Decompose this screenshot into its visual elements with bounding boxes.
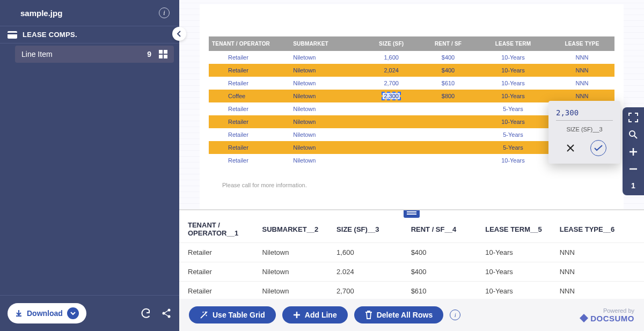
preview-header: SIZE (SF) <box>363 36 420 51</box>
action-bar: Use Table Grid Add Line Delete All Rows … <box>179 299 644 331</box>
download-icon <box>15 310 23 317</box>
section-lease-comps[interactable]: LEASE COMPS. <box>0 26 179 43</box>
use-table-grid-button[interactable]: Use Table Grid <box>189 306 276 323</box>
preview-row[interactable]: RetailerNiletown2,700$61010-YearsNNN <box>209 77 614 90</box>
grid-header[interactable]: LEASE TERM__5 <box>477 214 551 243</box>
brand-icon <box>580 314 588 322</box>
x-icon <box>567 144 574 152</box>
page-number: 1 <box>631 181 635 190</box>
table-row[interactable]: RetailerNiletown1,600$40010-YearsNNN <box>179 243 644 262</box>
chevron-down-icon <box>70 311 76 316</box>
check-icon <box>594 145 603 151</box>
document-preview[interactable]: TENANT / OPERATORSUBMARKETSIZE (SF)RENT … <box>179 0 644 209</box>
fullscreen-icon[interactable] <box>628 113 638 122</box>
grid-cell[interactable]: 10-Years <box>477 243 551 262</box>
collapse-sidebar-button[interactable] <box>172 27 186 41</box>
main: ? TENANT / OPERATORSUBMARKETSIZE (SF)REN… <box>179 0 644 331</box>
preview-selected-cell: 2,300 <box>363 90 420 102</box>
svg-point-7 <box>168 309 171 312</box>
grid-header[interactable]: RENT / SF__4 <box>402 214 477 243</box>
svg-point-6 <box>163 312 165 315</box>
grid-cell[interactable]: 1,600 <box>328 243 402 262</box>
svg-point-8 <box>168 315 171 318</box>
grid-cell[interactable]: 2.024 <box>328 262 402 282</box>
preview-header: RENT / SF <box>420 36 477 51</box>
card-icon <box>8 31 17 39</box>
grid-cell[interactable]: 10-Years <box>477 262 551 282</box>
action-info-icon[interactable]: i <box>450 310 460 320</box>
cell-edit-field-label: SIZE (SF)__3 <box>556 126 613 133</box>
zoom-out-icon[interactable] <box>628 164 638 174</box>
cell-edit-cancel-button[interactable] <box>562 140 579 156</box>
grid-cell[interactable]: Niletown <box>254 282 328 299</box>
grid-header[interactable]: LEASE TYPE__6 <box>551 214 644 243</box>
sidebar-header: sample.jpg i <box>0 0 179 26</box>
svg-point-11 <box>630 131 635 136</box>
grid-cell[interactable]: Retailer <box>179 262 254 282</box>
grid-icon <box>159 50 167 58</box>
svg-rect-2 <box>159 50 163 54</box>
grid-cell[interactable]: Retailer <box>179 282 254 299</box>
grid-cell[interactable]: $400 <box>402 243 477 262</box>
table-row[interactable]: RetailerNiletown2,700$61010-YearsNNN <box>179 282 644 299</box>
grid-cell[interactable]: 10-Years <box>477 282 551 299</box>
sidebar-footer: Download <box>0 295 179 331</box>
powered-by: Powered by DOCSUMO <box>580 307 634 323</box>
delete-all-rows-button[interactable]: Delete All Rows <box>354 306 444 323</box>
panel-resize-handle[interactable] <box>404 209 420 218</box>
svg-rect-5 <box>164 55 167 58</box>
svg-rect-4 <box>159 55 163 58</box>
sidebar-item-line-item[interactable]: Line Item 9 <box>15 46 174 63</box>
grid-cell[interactable]: 2,700 <box>328 282 402 299</box>
download-button[interactable]: Download <box>8 303 86 323</box>
svg-rect-3 <box>164 50 167 54</box>
grid-header[interactable]: SIZE (SF)__3 <box>328 214 402 243</box>
grid-header[interactable]: SUBMARKET__2 <box>254 214 328 243</box>
download-caret[interactable] <box>67 307 79 319</box>
search-icon[interactable] <box>628 130 638 139</box>
share-icon[interactable] <box>161 308 172 319</box>
data-grid-table: TENANT / OPERATOR__1SUBMARKET__2SIZE (SF… <box>179 214 644 299</box>
preview-footer-note: Please call for more information. <box>222 182 624 188</box>
preview-header: LEASE TERM <box>477 36 550 51</box>
svg-rect-0 <box>8 31 17 39</box>
table-row[interactable]: RetailerNiletown2.024$40010-YearsNNN <box>179 262 644 282</box>
file-name: sample.jpg <box>20 9 62 18</box>
grid-cell[interactable]: Niletown <box>254 262 328 282</box>
chevron-left-icon <box>176 31 182 37</box>
grid-cell[interactable]: NNN <box>551 262 644 282</box>
preview-row[interactable]: RetailerNiletown2,024$40010-YearsNNN <box>209 64 614 77</box>
grid-cell[interactable]: $400 <box>402 262 477 282</box>
preview-header: SUBMARKET <box>290 36 363 51</box>
refresh-icon[interactable] <box>141 308 151 319</box>
cell-edit-popover: SIZE (SF)__3 <box>548 101 620 164</box>
grid-header[interactable]: TENANT / OPERATOR__1 <box>179 214 254 243</box>
line-item-count: 9 <box>147 50 151 58</box>
sidebar: sample.jpg i LEASE COMPS. Line Item 9 Do… <box>0 0 179 331</box>
info-icon[interactable]: i <box>159 8 170 18</box>
magic-wand-icon <box>200 311 208 319</box>
line-item-label: Line Item <box>21 50 53 58</box>
grid-cell[interactable]: NNN <box>551 282 644 299</box>
svg-rect-1 <box>8 33 17 34</box>
cell-edit-input[interactable] <box>556 107 613 121</box>
zoom-in-icon[interactable] <box>628 147 638 157</box>
trash-icon <box>365 311 372 319</box>
preview-row[interactable]: RetailerNiletown1,600$40010-YearsNNN <box>209 51 614 64</box>
cell-edit-confirm-button[interactable] <box>590 140 606 156</box>
plus-icon <box>293 311 301 319</box>
preview-header: TENANT / OPERATOR <box>209 36 290 51</box>
grid-cell[interactable]: Niletown <box>254 243 328 262</box>
section-title-label: LEASE COMPS. <box>23 31 77 39</box>
grid-cell[interactable]: $610 <box>402 282 477 299</box>
add-line-button[interactable]: Add Line <box>282 306 348 323</box>
grid-cell[interactable]: Retailer <box>179 243 254 262</box>
grid-cell[interactable]: NNN <box>551 243 644 262</box>
viewer-toolbar: 1 <box>623 107 644 195</box>
preview-header: LEASE TYPE <box>550 36 614 51</box>
data-grid-panel: TENANT / OPERATOR__1SUBMARKET__2SIZE (SF… <box>179 209 644 299</box>
